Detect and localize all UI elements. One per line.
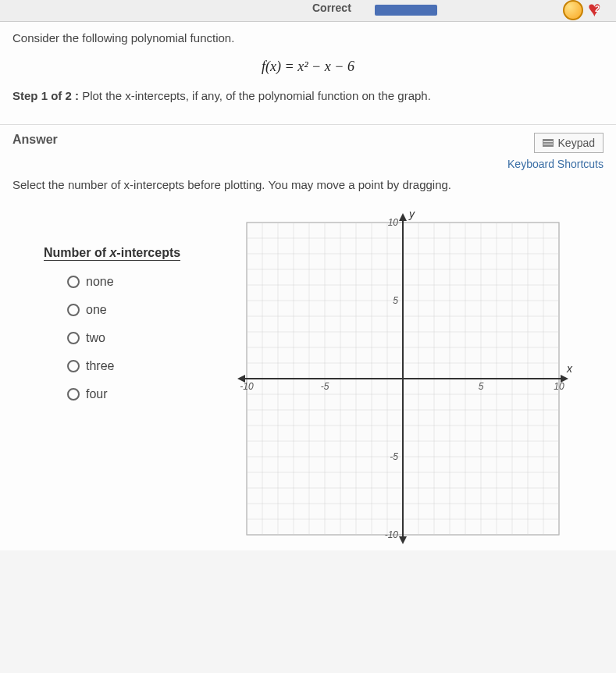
coordinate-graph[interactable]: -10-5510-10-5510xy [231,207,575,550]
equation-display: f(x) = x² − x − 6 [12,59,604,75]
svg-text:-5: -5 [321,381,329,392]
step-line: Step 1 of 2 : Plot the x-intercepts, if … [12,89,604,102]
radio-option-three[interactable]: three [44,359,215,373]
svg-marker-48 [399,536,407,544]
heart-badge: 2 [588,0,610,20]
radio-icon [67,276,80,288]
radio-label: none [86,275,114,289]
keypad-label: Keypad [558,137,595,149]
radio-label: one [86,303,107,317]
right-controls: Keypad Keyboard Shortcuts [507,133,604,170]
svg-text:y: y [408,208,415,220]
svg-text:10: 10 [554,381,564,392]
top-bar: Correct 2 [0,0,616,22]
svg-marker-47 [399,213,407,221]
radio-option-none[interactable]: none [44,275,215,289]
options-header: Number of x-intercepts [44,246,180,261]
radio-icon [67,388,80,401]
svg-text:5: 5 [393,295,398,306]
answer-bar: Answer Keypad Keyboard Shortcuts [0,124,616,170]
main-area: Number of x-intercepts none one two thre… [12,207,604,550]
step-bold: Step 1 of 2 : [12,89,79,102]
keyboard-shortcuts-link[interactable]: Keyboard Shortcuts [507,158,604,170]
answer-label: Answer [12,133,58,147]
svg-text:x: x [566,362,573,375]
question-prompt: Consider the following polynomial functi… [12,31,604,45]
coin-icon [563,0,583,20]
options-column: Number of x-intercepts none one two thre… [44,207,215,415]
radio-option-four[interactable]: four [44,387,215,401]
svg-text:-10: -10 [385,529,399,540]
radio-icon [67,304,80,316]
badge-group: 2 [563,0,610,20]
radio-option-two[interactable]: two [44,331,215,345]
progress-segment [375,5,437,16]
radio-icon [67,332,80,344]
keypad-icon [543,139,554,147]
keypad-button[interactable]: Keypad [534,133,604,153]
heart-count: 2 [595,4,600,13]
radio-label: three [86,359,114,373]
instruction-text: Select the number of x-intercepts before… [12,178,591,191]
svg-text:-5: -5 [390,451,398,462]
radio-option-one[interactable]: one [44,303,215,317]
radio-icon [67,360,80,372]
svg-text:10: 10 [388,217,399,228]
radio-label: two [86,331,105,345]
svg-text:5: 5 [479,381,484,392]
correct-label: Correct [312,2,351,14]
radio-label: four [86,387,108,401]
question-content: Consider the following polynomial functi… [0,22,616,550]
svg-text:-10: -10 [240,381,254,392]
step-text: Plot the x-intercepts, if any, of the po… [82,89,431,102]
